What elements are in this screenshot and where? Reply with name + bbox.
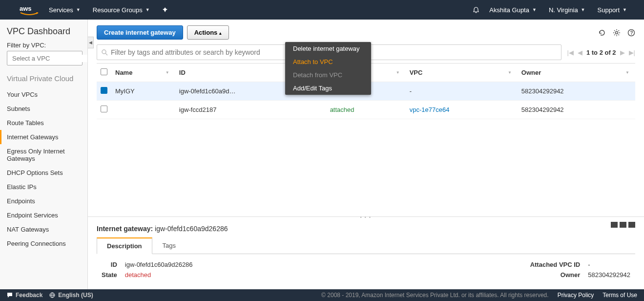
toolbar: Create internet gateway Actions▴ ? Delet… — [88, 20, 644, 41]
detail-value-state: detached — [125, 271, 193, 279]
privacy-policy-link[interactable]: Privacy Policy — [558, 292, 594, 299]
table-row[interactable]: igw-fccd2187 attached vpc-1e77ce64 58230… — [97, 101, 635, 119]
sidebar-collapse-icon[interactable]: ◀ — [88, 37, 94, 48]
main-panel: Create internet gateway Actions▴ ? Delet… — [88, 20, 644, 289]
terms-of-use-link[interactable]: Terms of Use — [602, 292, 637, 299]
actions-dropdown: Delete internet gateway Attach to VPC De… — [285, 42, 371, 95]
vpc-filter-input[interactable] — [12, 55, 88, 62]
col-vpc: VPC▼ — [406, 64, 518, 82]
svg-line-7 — [105, 53, 107, 55]
sidebar-item-endpoint-services[interactable]: Endpoint Services — [7, 208, 83, 222]
pager-last-icon[interactable]: ▶| — [629, 49, 635, 56]
feedback-link[interactable]: Feedback — [7, 292, 42, 299]
menu-delete-igw[interactable]: Delete internet gateway — [285, 42, 371, 55]
top-nav: aws Services▼ Resource Groups▼ Akshita G… — [0, 0, 644, 20]
refresh-icon[interactable] — [598, 29, 606, 37]
cell-vpc[interactable]: vpc-1e77ce64 — [406, 101, 518, 119]
aws-logo[interactable]: aws — [20, 4, 39, 16]
cell-owner: 582304292942 — [518, 101, 635, 119]
sidebar-item-peering[interactable]: Peering Connections — [7, 236, 83, 251]
view-mode-1-icon[interactable] — [611, 222, 618, 228]
cell-owner: 582304292942 — [518, 82, 635, 101]
filter-by-vpc-label: Filter by VPC: — [7, 42, 83, 49]
row-checkbox[interactable] — [101, 87, 107, 94]
sidebar-section-vpc: Virtual Private Cloud — [7, 74, 83, 83]
nav-region[interactable]: N. Virginia▼ — [549, 6, 585, 14]
sidebar-item-route-tables[interactable]: Route Tables — [7, 116, 83, 130]
cell-name — [111, 101, 175, 119]
sidebar-item-your-vpcs[interactable]: Your VPCs — [7, 87, 83, 102]
speech-bubble-icon — [7, 292, 13, 298]
language-selector[interactable]: English (US) — [49, 292, 93, 299]
cell-name: MyIGY — [111, 82, 175, 101]
notifications-icon[interactable] — [473, 6, 479, 13]
col-name: Name▼ — [111, 64, 175, 82]
sidebar-item-subnets[interactable]: Subnets — [7, 102, 83, 116]
sidebar-item-elastic-ips[interactable]: Elastic IPs — [7, 180, 83, 194]
cell-vpc: - — [406, 82, 518, 101]
svg-text:aws: aws — [20, 5, 32, 12]
nav-user[interactable]: Akshita Gupta▼ — [489, 6, 537, 14]
pager-first-icon[interactable]: |◀ — [567, 49, 574, 56]
resize-handle-icon[interactable]: ▪ ▪ ▪ — [360, 215, 372, 219]
search-icon — [101, 49, 108, 56]
pager-text: 1 to 2 of 2 — [586, 49, 616, 56]
detail-pane: ▪ ▪ ▪ Internet gateway: igw-0fefd1c60a9d… — [88, 216, 644, 289]
view-mode-3-icon[interactable] — [628, 222, 635, 228]
pager-next-icon[interactable]: ▶ — [620, 49, 625, 56]
menu-attach-to-vpc[interactable]: Attach to VPC — [285, 55, 371, 68]
sidebar-item-dhcp[interactable]: DHCP Options Sets — [7, 166, 83, 180]
vpc-filter-input-wrap[interactable] — [7, 51, 83, 65]
nav-pin-icon[interactable] — [162, 7, 168, 13]
detail-label-attached-vpc: Attached VPC ID — [530, 261, 581, 268]
sidebar-item-internet-gateways[interactable]: Internet Gateways — [0, 130, 83, 144]
detail-label-state: State — [102, 271, 117, 279]
sidebar-item-endpoints[interactable]: Endpoints — [7, 194, 83, 208]
footer: Feedback English (US) © 2008 - 2019, Ama… — [0, 289, 644, 301]
col-owner: Owner▼ — [518, 64, 635, 82]
sidebar-item-nat-gateways[interactable]: NAT Gateways — [7, 222, 83, 236]
actions-button[interactable]: Actions▴ — [187, 25, 229, 40]
cell-id: igw-fccd2187 — [175, 101, 326, 119]
select-all-checkbox[interactable] — [101, 68, 107, 75]
svg-text:?: ? — [630, 30, 633, 36]
nav-support[interactable]: Support▼ — [598, 6, 627, 14]
detail-value-attached-vpc: - — [588, 261, 630, 268]
nav-resource-groups[interactable]: Resource Groups▼ — [93, 6, 150, 14]
menu-add-edit-tags[interactable]: Add/Edit Tags — [285, 82, 371, 95]
detail-value-id: igw-0fefd1c60a9d26286 — [125, 261, 193, 268]
sidebar-item-egress-only[interactable]: Egress Only Internet Gateways — [7, 144, 83, 166]
tab-description[interactable]: Description — [97, 237, 152, 254]
detail-value-owner: 582304292942 — [588, 271, 630, 279]
sidebar-title[interactable]: VPC Dashboard — [7, 26, 83, 37]
detail-label-id: ID — [102, 261, 117, 268]
detail-label-owner: Owner — [530, 271, 581, 279]
cell-state: attached — [326, 101, 406, 119]
svg-point-3 — [616, 31, 618, 34]
settings-icon[interactable] — [613, 29, 621, 37]
row-checkbox[interactable] — [101, 106, 107, 112]
pager-prev-icon[interactable]: ◀ — [578, 49, 582, 56]
nav-services[interactable]: Services▼ — [49, 6, 81, 14]
sidebar: VPC Dashboard Filter by VPC: Virtual Pri… — [0, 20, 88, 289]
view-mode-2-icon[interactable] — [620, 222, 626, 228]
svg-point-6 — [102, 50, 106, 54]
help-icon[interactable]: ? — [627, 29, 635, 37]
create-internet-gateway-button[interactable]: Create internet gateway — [97, 25, 183, 40]
pager: |◀ ◀ 1 to 2 of 2 ▶ ▶| — [567, 49, 635, 56]
menu-detach-from-vpc: Detach from VPC — [285, 68, 371, 82]
footer-copyright: © 2008 - 2019, Amazon Internet Services … — [321, 292, 549, 299]
tab-tags[interactable]: Tags — [152, 237, 186, 254]
detail-title: Internet gateway: igw-0fefd1c60a9d26286 — [97, 225, 635, 233]
globe-icon — [49, 292, 55, 298]
